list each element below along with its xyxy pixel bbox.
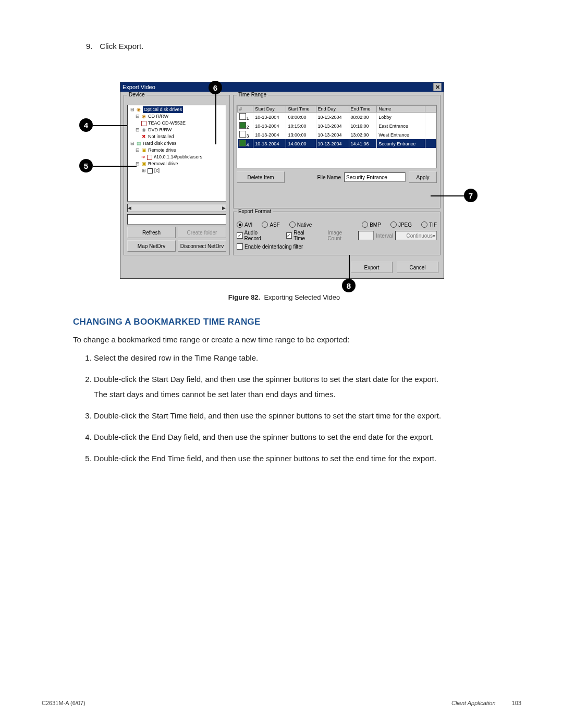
- disc-icon: ◉: [136, 107, 141, 113]
- image-count-label: Image Count: [327, 230, 356, 241]
- folder-icon: ▣: [141, 162, 146, 167]
- drive-icon: [147, 155, 152, 160]
- step-text: Click Export.: [100, 42, 143, 51]
- hdd-icon: ▤: [136, 141, 141, 146]
- footer-right: Client Application: [451, 700, 496, 706]
- step-line: 9. Click Export.: [86, 42, 521, 51]
- camera-icon: [239, 113, 246, 120]
- map-netdrv-button[interactable]: Map NetDrv: [127, 240, 176, 252]
- check-real-time[interactable]: Real Time: [286, 230, 316, 241]
- delete-item-button[interactable]: Delete Item: [237, 171, 285, 183]
- document-page: 9. Click Export. 6 4 5 7 8 Export Video …: [0, 0, 563, 728]
- camera-icon: [239, 131, 246, 138]
- section-intro: To change a bookmarked time range or cre…: [73, 335, 521, 345]
- time-range-controls: Delete Item File Name Security Entrance …: [237, 171, 437, 183]
- check-audio-record[interactable]: Audio Record: [237, 230, 275, 241]
- scroll-left-icon[interactable]: ◀: [128, 205, 131, 211]
- camera-icon: [239, 122, 246, 129]
- tree-optical[interactable]: Optical disk drives: [143, 106, 183, 113]
- footer-left: C2631M-A (6/07): [42, 700, 85, 706]
- drive-icon: [141, 121, 146, 126]
- tree-remote[interactable]: Remote drive: [148, 147, 176, 154]
- refresh-button[interactable]: Refresh: [127, 227, 176, 238]
- tree-dvd[interactable]: DVD R/RW: [148, 127, 172, 133]
- error-icon: ✖: [141, 134, 146, 140]
- callout-badge-7: 7: [464, 189, 478, 202]
- col-end-time[interactable]: End Time: [349, 106, 377, 113]
- export-button[interactable]: Export: [351, 262, 393, 273]
- step-number: 9.: [86, 42, 97, 51]
- figure-text: Exporting Selected Video: [264, 293, 340, 301]
- figure-block: 6 4 5 7 8 Export Video ✕ Device: [89, 82, 480, 301]
- tree-removal[interactable]: Removal drive: [148, 161, 178, 167]
- col-start-time[interactable]: Start Time: [286, 106, 316, 113]
- time-range-legend: Time Range: [237, 92, 268, 97]
- tree-hscroll[interactable]: ◀ ▶: [127, 204, 226, 212]
- callout-badge-4: 4: [79, 118, 93, 132]
- page-footer: C2631M-A (6/07) Client Application 103: [42, 700, 521, 706]
- device-groupbox: Device ⊟◉Optical disk drives ⊟◉CD R/RW T…: [124, 95, 230, 255]
- tree-removal-item[interactable]: [I:]: [154, 167, 160, 174]
- image-count-spinner[interactable]: [358, 231, 374, 240]
- create-folder-button[interactable]: Create folder: [178, 227, 226, 238]
- dialog-title: Export Video: [123, 84, 155, 90]
- check-deinterlace[interactable]: Enable deinterlacing filter: [237, 243, 303, 250]
- radio-native[interactable]: Native: [289, 221, 312, 228]
- disc-icon: ◉: [141, 114, 146, 119]
- export-format-legend: Export Format: [237, 208, 273, 214]
- tree-cd[interactable]: CD R/RW: [148, 113, 168, 120]
- tree-not-installed: Not installed: [148, 133, 174, 140]
- step-item: Double-click the Start Day field, and th…: [94, 374, 521, 400]
- table-row[interactable]: 3 10-13-2004 13:00:00 10-13-2004 13:02:0…: [238, 130, 436, 139]
- folder-icon: ▣: [141, 148, 146, 153]
- col-num[interactable]: #: [238, 106, 253, 113]
- camera-icon: [239, 140, 246, 146]
- section-title: CHANGING A BOOKMARKED TIME RANGE: [73, 317, 521, 327]
- file-name-label: File Name: [317, 175, 341, 180]
- footer-page-number: 103: [512, 700, 521, 706]
- right-column: Time Range # Start Day Start Time End Da…: [233, 95, 440, 255]
- disconnect-netdrv-button[interactable]: Disconnect NetDrv: [178, 240, 226, 252]
- step-item: Double-click the Start Time field, and t…: [94, 410, 521, 421]
- export-video-dialog: Export Video ✕ Device ⊟◉Optical disk dri…: [120, 82, 444, 279]
- callout-badge-8: 8: [342, 279, 356, 292]
- path-input[interactable]: [127, 214, 226, 225]
- steps-list: Select the desired row in the Time Range…: [73, 352, 521, 464]
- drive-icon: [148, 168, 153, 174]
- figure-caption: Figure 82. Exporting Selected Video: [89, 293, 480, 301]
- step-item: Double-click the End Time field, and the…: [94, 453, 521, 464]
- tree-remote-path[interactable]: \\10.0.1.14\public\users: [154, 154, 202, 161]
- scroll-right-icon[interactable]: ▶: [222, 205, 226, 211]
- figure-label: Figure 82.: [228, 293, 260, 301]
- interval-combo[interactable]: Continuous▾: [395, 231, 437, 240]
- dialog-titlebar: Export Video ✕: [120, 82, 444, 92]
- table-row[interactable]: 2 10-13-2004 10:15:00 10-13-2004 10:16:0…: [238, 121, 436, 130]
- dialog-footer: Export Cancel: [120, 258, 444, 278]
- tree-hdd[interactable]: Hard disk drives: [143, 140, 177, 147]
- table-row-selected[interactable]: 4 10-13-2004 14:00:00 10-13-2004 14:41:0…: [238, 139, 436, 148]
- file-name-input[interactable]: Security Entrance: [344, 172, 406, 182]
- col-name[interactable]: Name: [377, 106, 425, 113]
- radio-asf[interactable]: ASF: [262, 221, 279, 228]
- disc-icon: ◉: [141, 128, 146, 133]
- radio-avi[interactable]: AVI: [237, 221, 252, 228]
- tree-teac[interactable]: TEAC CD-W552E: [148, 120, 186, 127]
- interval-label: Interval: [376, 233, 393, 239]
- cancel-button[interactable]: Cancel: [397, 262, 438, 273]
- col-spacer: [425, 106, 436, 113]
- col-start-day[interactable]: Start Day: [253, 106, 286, 113]
- close-icon[interactable]: ✕: [433, 83, 442, 91]
- time-range-groupbox: Time Range # Start Day Start Time End Da…: [233, 95, 440, 208]
- radio-tif[interactable]: TIF: [421, 221, 437, 228]
- col-end-day[interactable]: End Day: [316, 106, 349, 113]
- callout-badge-5: 5: [79, 159, 93, 172]
- step-item: Double-click the End Day field, and then…: [94, 431, 521, 442]
- radio-jpeg[interactable]: JPEG: [390, 221, 412, 228]
- time-range-table[interactable]: # Start Day Start Time End Day End Time …: [237, 105, 436, 148]
- device-tree[interactable]: ⊟◉Optical disk drives ⊟◉CD R/RW TEAC CD-…: [127, 105, 226, 202]
- radio-bmp[interactable]: BMP: [362, 221, 381, 228]
- device-legend: Device: [127, 92, 146, 97]
- apply-button[interactable]: Apply: [409, 171, 437, 183]
- table-row[interactable]: 1 10-13-2004 08:00:00 10-13-2004 08:02:0…: [238, 113, 436, 122]
- dialog-body: Device ⊟◉Optical disk drives ⊟◉CD R/RW T…: [120, 92, 444, 258]
